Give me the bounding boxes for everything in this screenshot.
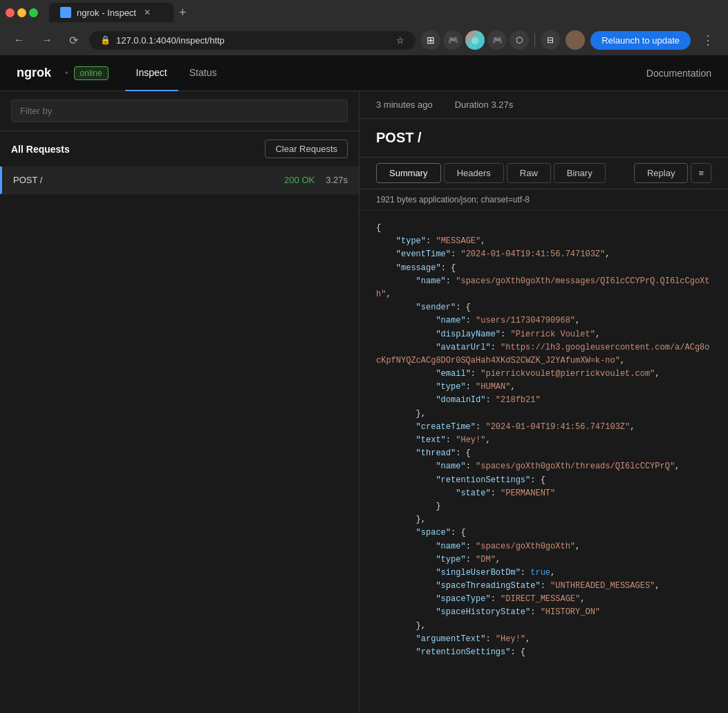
tab-summary[interactable]: Summary [376,163,441,183]
ext-icon-2[interactable]: 🎮 [443,30,463,50]
json-line: "type": "MESSAGE", [376,235,711,248]
active-tab[interactable]: ngrok - Inspect ✕ [49,3,174,22]
app-header: ngrok • online Inspect Status Documentat… [0,55,728,91]
app-nav: Inspect Status [125,55,228,91]
json-line: "displayName": "Pierrick Voulet", [376,328,711,341]
tab-close-button[interactable]: ✕ [142,7,153,18]
json-line: }, [376,620,711,633]
window-close-button[interactable] [6,8,15,17]
ext-icon-3[interactable]: ◎ [465,30,485,50]
relaunch-button[interactable]: Relaunch to update [590,31,691,50]
separator [534,33,535,47]
json-line: "name": "users/117304790968", [376,314,711,327]
tab-headers[interactable]: Headers [444,163,504,183]
tabs-row: Summary Headers Raw Binary Replay ≡ [360,158,728,189]
request-title: POST / [360,119,728,158]
extension-icons: ⊞ 🎮 ◎ 🎮 ⬡ ⊟ [421,30,560,50]
address-bar[interactable]: 🔒 127.0.0.1:4040/inspect/http ☆ [89,31,416,50]
request-method-path: POST / [13,175,284,185]
json-line: "type": "DM", [376,553,711,567]
json-line: "spaceHistoryState": "HISTORY_ON" [376,606,711,619]
browser-chrome: ngrok - Inspect ✕ + ← → ⟳ 🔒 127.0.0.1:40… [0,0,728,55]
tab-binary[interactable]: Binary [554,163,606,183]
menu-button[interactable]: ⋮ [696,30,720,50]
profile-avatar[interactable] [566,30,585,50]
nav-refresh-button[interactable]: ⟳ [64,31,84,50]
ext-icon-6[interactable]: ⊟ [541,30,560,50]
json-line: "retentionSettings": { [376,646,711,659]
json-line: "name": "spaces/goXth0goXth/threads/QI6l… [376,460,711,473]
filter-bar [0,91,359,131]
json-line: "thread": { [376,447,711,460]
json-line: "name": "spaces/goXth0goXth/messages/QI6… [376,275,711,301]
nav-item-inspect[interactable]: Inspect [125,55,178,91]
more-options-button[interactable]: ≡ [691,163,711,183]
json-line: "retentionSettings": { [376,474,711,487]
requests-title: All Requests [11,144,70,155]
json-line: "spaceThreadingState": "UNTHREADED_MESSA… [376,580,711,593]
json-line: "argumentText": "Hey!", [376,633,711,646]
ext-icon-4[interactable]: 🎮 [487,30,507,50]
app-logo: ngrok [17,66,51,80]
right-panel: 3 minutes ago Duration 3.27s POST / Summ… [360,91,728,713]
requests-header: All Requests Clear Requests [0,131,359,167]
json-line: "message": { [376,262,711,275]
left-panel: All Requests Clear Requests POST / 200 O… [0,91,360,713]
tab-title: ngrok - Inspect [77,8,136,18]
browser-nav: ← → ⟳ 🔒 127.0.0.1:4040/inspect/http ☆ ⊞ … [0,25,728,55]
filter-input[interactable] [11,99,348,122]
request-meta: 3 minutes ago Duration 3.27s [360,91,728,119]
json-line: } [376,500,711,513]
json-line: "state": "PERMANENT" [376,487,711,500]
json-line: "email": "pierrickvoulet@pierrickvoulet.… [376,368,711,381]
request-list: POST / 200 OK 3.27s [0,167,359,713]
tab-raw[interactable]: Raw [507,163,551,183]
ext-icon-1[interactable]: ⊞ [421,30,440,50]
new-tab-button[interactable]: + [174,3,192,23]
json-line: "domainId": "218fb21" [376,394,711,407]
content-info: 1921 bytes application/json; charset=utf… [360,189,728,211]
json-line: "singleUserBotDm": true, [376,567,711,580]
json-line: "eventTime": "2024-01-04T19:41:56.747103… [376,248,711,261]
main-content: All Requests Clear Requests POST / 200 O… [0,91,728,713]
bookmark-icon[interactable]: ☆ [396,35,404,46]
json-viewer[interactable]: { "type": "MESSAGE", "eventTime": "2024-… [360,211,728,713]
documentation-link[interactable]: Documentation [646,68,711,79]
json-line: "space": { [376,526,711,540]
json-line: { [376,222,711,235]
request-duration: 3.27s [326,175,348,185]
request-time: 3 minutes ago [376,99,433,110]
lock-icon: 🔒 [100,35,111,45]
app-status-badge: online [74,66,109,80]
request-duration-label: Duration 3.27s [455,99,514,110]
json-line: "sender": { [376,301,711,314]
json-line: "type": "HUMAN", [376,381,711,394]
tab-bar: ngrok - Inspect ✕ + [44,3,198,23]
replay-button[interactable]: Replay [634,163,688,183]
ext-icon-5[interactable]: ⬡ [510,30,529,50]
json-line: "text": "Hey!", [376,434,711,447]
request-status-code: 200 OK [284,175,315,185]
url-text: 127.0.0.1:4040/inspect/http [116,35,391,46]
browser-titlebar: ngrok - Inspect ✕ + [0,0,728,25]
json-line: "createTime": "2024-01-04T19:41:56.74710… [376,421,711,434]
window-controls [6,8,38,17]
app: ngrok • online Inspect Status Documentat… [0,55,728,713]
json-line: "avatarUrl": "https://lh3.googleusercont… [376,341,711,368]
json-line: "spaceType": "DIRECT_MESSAGE", [376,593,711,606]
window-minimize-button[interactable] [17,8,26,17]
logo-dot: • [65,68,68,78]
json-line: "name": "spaces/goXth0goXth", [376,540,711,553]
tab-favicon [60,7,71,18]
nav-back-button[interactable]: ← [8,31,30,49]
nav-forward-button[interactable]: → [36,31,58,49]
clear-requests-button[interactable]: Clear Requests [265,140,348,158]
json-line: }, [376,513,711,526]
window-maximize-button[interactable] [29,8,38,17]
json-line: }, [376,408,711,421]
nav-item-status[interactable]: Status [178,55,228,91]
request-item[interactable]: POST / 200 OK 3.27s [0,167,359,194]
